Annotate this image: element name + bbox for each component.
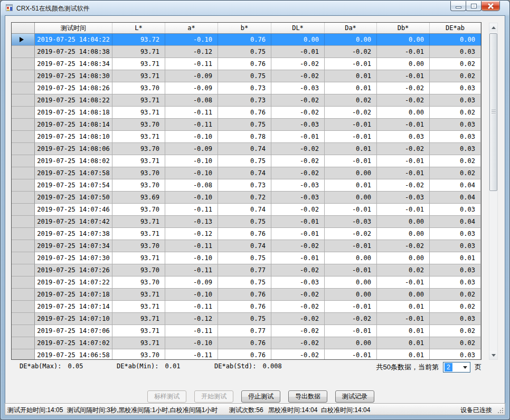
table-cell[interactable]: -0.12 (165, 228, 218, 240)
table-cell[interactable]: 0.03 (430, 228, 481, 240)
table-cell[interactable]: -0.01 (325, 325, 377, 337)
table-cell[interactable]: 0.00 (325, 276, 377, 289)
table-cell[interactable]: 0.02 (430, 167, 481, 179)
table-cell[interactable]: 0.03 (430, 131, 481, 143)
data-grid[interactable]: 测试时间L*a*b*DL*Da*Db*DE*ab 2019-07-25 14:0… (11, 22, 481, 360)
table-cell[interactable]: 0.02 (430, 70, 481, 82)
table-cell[interactable]: 0.03 (430, 143, 481, 155)
table-cell[interactable]: -0.01 (325, 131, 377, 143)
table-cell[interactable]: 93.70 (112, 349, 165, 360)
table-cell[interactable]: 0.74 (218, 240, 271, 252)
table-row[interactable]: 2019-07-25 14:08:0693.70-0.090.74-0.020.… (12, 143, 481, 155)
table-cell[interactable]: -0.01 (325, 58, 377, 70)
table-cell[interactable]: 0.76 (218, 228, 271, 240)
table-cell[interactable]: 0.76 (218, 337, 271, 349)
row-selector[interactable] (12, 337, 35, 349)
table-cell[interactable]: -0.11 (165, 58, 218, 70)
table-cell[interactable]: 0.02 (430, 325, 481, 337)
table-row[interactable]: 2019-07-25 14:07:3493.70-0.110.74-0.02-0… (12, 240, 481, 252)
row-selector[interactable] (12, 204, 35, 216)
table-row[interactable]: 2019-07-25 14:07:3893.71-0.120.76-0.01-0… (12, 228, 481, 240)
table-cell[interactable]: 93.70 (112, 167, 165, 179)
table-cell[interactable]: 2019-07-25 14:07:50 (35, 192, 112, 204)
table-cell[interactable]: -0.02 (271, 58, 325, 70)
table-cell[interactable]: 0.75 (218, 46, 271, 58)
table-cell[interactable]: 93.71 (112, 70, 165, 82)
table-cell[interactable]: 0.01 (325, 70, 377, 82)
table-cell[interactable]: 0.76 (218, 301, 271, 313)
table-cell[interactable]: 2019-07-25 14:07:46 (35, 204, 112, 216)
table-cell[interactable]: 0.00 (377, 58, 430, 70)
table-cell[interactable]: 93.70 (112, 264, 165, 276)
maximize-button[interactable] (466, 1, 481, 11)
table-cell[interactable]: -0.10 (165, 155, 218, 167)
table-cell[interactable]: 2019-07-25 14:08:34 (35, 58, 112, 70)
table-cell[interactable]: 0.03 (430, 46, 481, 58)
table-cell[interactable]: -0.11 (165, 264, 218, 276)
table-cell[interactable]: 0.77 (218, 264, 271, 276)
table-cell[interactable]: -0.11 (165, 325, 218, 337)
close-button[interactable] (481, 1, 500, 11)
table-cell[interactable]: 93.71 (112, 228, 165, 240)
table-cell[interactable]: 0.75 (218, 155, 271, 167)
table-cell[interactable]: 2019-07-25 14:07:58 (35, 167, 112, 179)
table-cell[interactable]: 0.02 (430, 301, 481, 313)
table-cell[interactable]: -0.10 (165, 131, 218, 143)
table-cell[interactable]: -0.03 (271, 192, 325, 204)
table-cell[interactable]: 93.71 (112, 155, 165, 167)
table-cell[interactable]: 0.01 (377, 301, 430, 313)
table-cell[interactable]: -0.02 (325, 228, 377, 240)
table-row[interactable]: 2019-07-25 14:08:2293.71-0.080.73-0.020.… (12, 94, 481, 107)
table-cell[interactable]: -0.02 (325, 313, 377, 325)
table-cell[interactable]: 93.70 (112, 204, 165, 216)
table-cell[interactable]: -0.10 (165, 167, 218, 179)
table-cell[interactable]: 0.73 (218, 94, 271, 107)
table-cell[interactable]: 2019-07-25 14:07:02 (35, 337, 112, 349)
table-row[interactable]: 2019-07-25 14:07:4693.70-0.110.74-0.02-0… (12, 204, 481, 216)
table-cell[interactable]: 0.01 (377, 325, 430, 337)
table-cell[interactable]: 2019-07-25 14:08:26 (35, 82, 112, 94)
table-cell[interactable]: -0.03 (271, 82, 325, 94)
column-header-db[interactable]: Db* (377, 23, 430, 33)
table-row[interactable]: 2019-07-25 14:07:5493.70-0.080.73-0.030.… (12, 179, 481, 192)
column-header-time[interactable]: 测试时间 (35, 23, 112, 33)
table-cell[interactable]: 0.00 (325, 337, 377, 349)
table-cell[interactable]: 0.75 (218, 276, 271, 289)
table-cell[interactable]: 2019-07-25 14:06:58 (35, 349, 112, 360)
table-cell[interactable]: -0.01 (271, 216, 325, 228)
table-cell[interactable]: 0.03 (430, 204, 481, 216)
table-cell[interactable]: -0.01 (271, 131, 325, 143)
table-cell[interactable]: 0.00 (430, 34, 481, 46)
table-cell[interactable]: -0.01 (271, 46, 325, 58)
table-cell[interactable]: 0.00 (377, 107, 430, 119)
table-cell[interactable]: 93.71 (112, 94, 165, 107)
row-selector[interactable] (12, 349, 35, 360)
table-cell[interactable]: -0.03 (377, 192, 430, 204)
table-cell[interactable]: -0.03 (271, 179, 325, 192)
table-cell[interactable]: -0.09 (165, 143, 218, 155)
table-cell[interactable]: 0.75 (218, 119, 271, 131)
table-cell[interactable]: 2019-07-25 14:07:34 (35, 240, 112, 252)
test-records-button[interactable]: 测试记录 (335, 390, 374, 403)
table-cell[interactable]: 0.00 (325, 252, 377, 264)
table-cell[interactable]: -0.02 (271, 94, 325, 107)
row-selector[interactable] (12, 155, 35, 167)
table-cell[interactable]: -0.01 (325, 119, 377, 131)
table-cell[interactable]: -0.01 (325, 204, 377, 216)
table-cell[interactable]: 0.03 (377, 131, 430, 143)
table-cell[interactable]: 0.76 (218, 107, 271, 119)
table-cell[interactable]: 93.71 (112, 107, 165, 119)
table-cell[interactable]: -0.01 (377, 313, 430, 325)
row-selector[interactable] (12, 276, 35, 289)
table-row[interactable]: 2019-07-25 14:08:1093.71-0.100.78-0.01-0… (12, 131, 481, 143)
table-cell[interactable]: 0.76 (218, 34, 271, 46)
vertical-scrollbar[interactable] (489, 23, 498, 360)
table-cell[interactable]: -0.01 (377, 70, 430, 82)
row-selector[interactable] (12, 70, 35, 82)
table-cell[interactable]: 2019-07-25 14:08:38 (35, 46, 112, 58)
table-cell[interactable]: -0.03 (271, 276, 325, 289)
table-cell[interactable]: -0.02 (271, 204, 325, 216)
table-cell[interactable]: 2019-07-25 14:07:14 (35, 301, 112, 313)
table-cell[interactable]: 0.00 (377, 289, 430, 301)
scrollbar-thumb[interactable] (489, 33, 497, 191)
